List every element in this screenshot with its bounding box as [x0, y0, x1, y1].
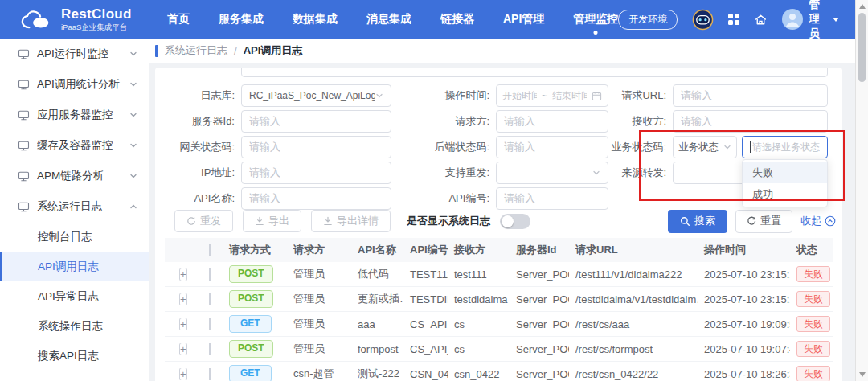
form-input-1-2[interactable]: 请输入 [673, 110, 828, 133]
status-cell: 失败 [790, 366, 833, 381]
nav-item-管理监控[interactable]: 管理监控 [573, 1, 618, 38]
table-row: +POST管理员formpostCS_API_…csServer_POC…/re… [165, 337, 833, 362]
time-cell: 2025-07-10 23:15:14 [698, 268, 790, 281]
breadcrumb: 系统运行日志 / API调用日志 [149, 39, 855, 63]
query-form: 日志库:RC_iPaaS_Poc_New_ApiLog_2025…操作时间:开始… [155, 83, 828, 211]
form-label-2-2: 业务状态码: [608, 140, 673, 154]
collapse-link[interactable]: 收起 [800, 214, 836, 228]
row-checkbox[interactable] [209, 293, 211, 305]
input-placeholder: 请输入 [504, 191, 535, 206]
table-row: +POST管理员低代码TEST111…test111Server_POC…/te… [165, 262, 833, 287]
app-server-icon [18, 109, 30, 121]
sidebar-group-1[interactable]: API调用统计分析 [0, 69, 149, 100]
apm-trace-icon [18, 170, 30, 182]
scrollbar-thumb[interactable] [858, 13, 866, 82]
show-system-log-toggle[interactable] [500, 214, 530, 229]
form-input-0-2[interactable]: 请输入 [673, 84, 828, 107]
assistant-robot-icon[interactable] [692, 9, 714, 31]
nav-item-API管理[interactable]: API管理 [503, 1, 544, 38]
input-placeholder: 请输入 [249, 166, 280, 180]
system-log-icon [18, 201, 30, 213]
collapse-circle-up-icon [825, 215, 836, 227]
form-input-2-1[interactable]: 请输入 [496, 136, 608, 158]
nav-item-label: 服务集成 [219, 12, 264, 25]
sidebar-group-4[interactable]: APM链路分析 [0, 161, 149, 191]
server-id-cell: Server_POC… [510, 318, 569, 330]
sidebar-group-2[interactable]: 应用服务器监控 [0, 100, 149, 130]
expand-cell: + [165, 343, 197, 355]
nav-item-首页[interactable]: 首页 [167, 1, 190, 38]
nav-item-链接器[interactable]: 链接器 [440, 1, 474, 38]
form-select-3-1[interactable] [496, 162, 608, 184]
expand-row-button[interactable]: + [179, 318, 187, 330]
sidebar-item-label: API调用日志 [38, 260, 99, 274]
form-input-3-0[interactable]: 请输入 [241, 162, 391, 184]
apps-grid-icon[interactable] [728, 14, 739, 25]
row-checkbox[interactable] [209, 368, 211, 380]
form-input-4-0[interactable]: 请输入 [241, 187, 391, 210]
vertical-scrollbar[interactable] [855, 0, 868, 381]
scroll-down-arrow-icon[interactable] [859, 372, 866, 377]
dropdown-option-失败[interactable]: 失败 [743, 162, 827, 183]
form-input-1-0[interactable]: 请输入 [241, 110, 391, 133]
sidebar-item-API异常日志[interactable]: API异常日志 [0, 281, 149, 311]
expand-row-button[interactable]: + [179, 293, 187, 305]
business-status-input[interactable]: 请选择业务状态 [742, 136, 828, 158]
table-row: +POST管理员更新或插…TESTDID…testdidaimaServer_P… [165, 287, 833, 312]
status-cell: 失败 [790, 291, 833, 307]
row-checkbox[interactable] [209, 343, 211, 355]
breadcrumb-parent[interactable]: 系统运行日志 [165, 43, 227, 58]
header-checkbox-cell [197, 244, 223, 256]
export-detail-button[interactable]: 导出详情 [311, 210, 391, 232]
sidebar-group-0[interactable]: API运行时监控 [0, 39, 149, 69]
form-input-4-1[interactable]: 请输入 [496, 187, 608, 210]
chevron-down-icon [592, 169, 600, 177]
reset-button[interactable]: 重置 [735, 210, 792, 233]
status-cell: 失败 [790, 266, 833, 282]
expand-cell: + [165, 268, 197, 281]
requester-cell: 管理员 [287, 267, 351, 281]
form-input-1-1[interactable]: 请输入 [496, 110, 608, 133]
sidebar-item-系统操作日志[interactable]: 系统操作日志 [0, 311, 149, 341]
column-header-请求URL: 请求URL [569, 243, 698, 257]
server-id-cell: Server_POC… [510, 343, 569, 355]
nav-item-服务集成[interactable]: 服务集成 [219, 1, 264, 38]
expand-row-button[interactable]: + [179, 368, 187, 380]
resend-button[interactable]: 重发 [174, 210, 233, 232]
sidebar-item-控制台日志[interactable]: 控制台日志 [0, 222, 149, 252]
row-checkbox[interactable] [209, 268, 211, 281]
nav-item-消息集成[interactable]: 消息集成 [366, 1, 411, 38]
select-all-checkbox[interactable] [209, 244, 211, 256]
api-no-cell: TEST111… [403, 268, 448, 281]
url-cell: /test111/v1/didaima222 [569, 268, 698, 281]
business-status-select[interactable]: 业务状态 [673, 136, 737, 158]
input-placeholder: 请输入 [504, 140, 535, 154]
form-input-2-0[interactable]: 请输入 [241, 136, 391, 158]
expand-row-button[interactable]: + [179, 343, 187, 355]
input-placeholder: 请输入 [249, 140, 280, 154]
row-checkbox[interactable] [209, 318, 211, 330]
form-daterange-0-1[interactable]: 开始时间~结束时间 [496, 84, 608, 107]
home-icon[interactable] [754, 13, 768, 27]
form-select-0-0[interactable]: RC_iPaaS_Poc_New_ApiLog_2025… [241, 84, 391, 107]
search-button[interactable]: 搜索 [668, 210, 727, 233]
export-button[interactable]: 导出 [243, 210, 301, 232]
active-nav-dot [594, 31, 598, 35]
status-cell: 失败 [790, 341, 833, 357]
sidebar-group-3[interactable]: 缓存及容器监控 [0, 130, 149, 161]
sidebar-group-5[interactable]: 系统运行日志 [0, 191, 149, 222]
environment-badge[interactable]: 开发环境 [618, 10, 678, 30]
sidebar-item-API调用日志[interactable]: API调用日志 [0, 252, 149, 281]
clipped-field-input[interactable] [241, 68, 828, 77]
status-badge: 失败 [796, 291, 830, 307]
chevron-down-icon [129, 80, 137, 88]
dropdown-option-成功[interactable]: 成功 [743, 183, 827, 205]
user-menu[interactable]: 管理员 [782, 0, 839, 41]
text-caret [750, 141, 751, 153]
scroll-up-arrow-icon[interactable] [859, 4, 866, 9]
receiver-cell: csn_0422 [448, 368, 510, 380]
nav-item-数据集成[interactable]: 数据集成 [293, 1, 338, 38]
expand-row-button[interactable]: + [179, 268, 187, 281]
brand-logo[interactable]: RestCloud iPaaS企业集成平台 [0, 7, 153, 31]
sidebar-item-搜索API日志[interactable]: 搜索API日志 [0, 341, 149, 371]
